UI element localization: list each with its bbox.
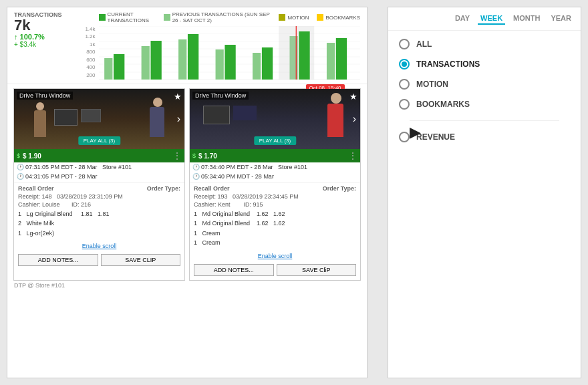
- video-play-btn-1[interactable]: PLAY ALL (3): [78, 136, 120, 145]
- stat-change-sub: + $3.4k: [14, 41, 62, 48]
- right-panel: DAY WEEK MONTH YEAR ALL TRANSACTIONS MOT…: [388, 7, 581, 378]
- price-val-1: $ 1.90: [23, 152, 41, 160]
- enable-scroll-2[interactable]: Enable scroll: [190, 251, 360, 261]
- video-card-2: Drive Thru Window ★ › PLAY ALL (3) $ $ 1…: [189, 88, 361, 281]
- video-card-1: Drive Thru Window ★ › PLAY ALL (3) $ $ 1…: [13, 88, 185, 281]
- save-clip-btn-1[interactable]: SAVE CLIP: [101, 254, 181, 266]
- svg-rect-17: [187, 34, 198, 80]
- filter-motion-label: MOTION: [416, 80, 448, 89]
- video-thumb-1: Drive Thru Window ★ › PLAY ALL (3): [14, 89, 184, 149]
- add-notes-btn-1[interactable]: ADD NOTES...: [18, 254, 98, 266]
- main-panel: TRANSACTIONS 7k ↑ 100.7% + $3.4k CURRENT…: [7, 7, 368, 378]
- order-table-2: Recall Order Order Type: Receipt: 193 03…: [190, 182, 360, 251]
- svg-rect-21: [299, 31, 309, 80]
- more-options-2[interactable]: ⋮: [348, 150, 357, 161]
- price-val-2: $ 1.70: [198, 152, 217, 160]
- video-arrow-1[interactable]: ›: [177, 113, 180, 125]
- enable-scroll-1[interactable]: Enable scroll: [14, 241, 184, 251]
- tab-month[interactable]: MONTH: [510, 13, 543, 25]
- stat-change: ↑ 100.7%: [14, 33, 62, 41]
- filter-all-label: ALL: [416, 39, 432, 49]
- filter-revenue-label: REVENUE: [416, 132, 455, 142]
- price-bar-1: $ $ 1.90 ⋮: [14, 149, 184, 162]
- video-row: Drive Thru Window ★ › PLAY ALL (3) $ $ 1…: [7, 84, 367, 281]
- filter-bookmarks-label: BOOKMARKS: [416, 100, 470, 109]
- video-arrow-2[interactable]: ›: [353, 113, 356, 125]
- receipt-info-2: 🕐07:34:40 PM EDT - 28 Mar Store #101 🕐05…: [190, 162, 360, 182]
- filter-transactions[interactable]: TRANSACTIONS: [399, 59, 570, 70]
- stat-value: 7k: [14, 18, 62, 33]
- radio-revenue[interactable]: [399, 132, 410, 142]
- svg-rect-22: [335, 38, 346, 80]
- svg-rect-9: [141, 46, 149, 80]
- y-axis: 1.4k1.2k1k800600400200: [76, 26, 96, 80]
- filter-transactions-label: TRANSACTIONS: [416, 59, 480, 69]
- video-label-2: Drive Thru Window: [192, 92, 249, 100]
- radio-transactions[interactable]: [399, 59, 410, 70]
- video-star-1[interactable]: ★: [174, 92, 182, 102]
- video-thumb-2: Drive Thru Window ★ › PLAY ALL (3): [190, 89, 360, 149]
- price-bar-2: $ $ 1.70 ⋮: [190, 149, 360, 162]
- legend-current: CURRENT TRANSACTIONS: [99, 11, 156, 23]
- tab-year[interactable]: YEAR: [548, 13, 574, 25]
- svg-rect-12: [253, 53, 261, 80]
- tab-week[interactable]: WEEK: [478, 13, 505, 25]
- radio-all[interactable]: [399, 39, 410, 49]
- transactions-stat: TRANSACTIONS 7k ↑ 100.7% + $3.4k: [14, 11, 62, 48]
- filter-all[interactable]: ALL: [399, 39, 570, 49]
- legend-bookmarks: BOOKMARKS: [317, 11, 360, 23]
- filter-revenue[interactable]: REVENUE: [399, 132, 570, 142]
- store-label: DTP @ Store #101: [7, 281, 367, 290]
- stats-bar: TRANSACTIONS 7k ↑ 100.7% + $3.4k CURRENT…: [7, 7, 367, 84]
- chart-container: 1.4k1.2k1k800600400200: [99, 26, 361, 80]
- svg-rect-8: [104, 58, 112, 80]
- svg-rect-19: [261, 47, 272, 80]
- filter-bookmarks[interactable]: BOOKMARKS: [399, 99, 570, 110]
- svg-rect-16: [150, 41, 161, 80]
- svg-rect-14: [326, 43, 334, 80]
- chart-legend: CURRENT TRANSACTIONS PREVIOUS TRANSACTIO…: [99, 11, 361, 23]
- card-actions-1: ADD NOTES... SAVE CLIP: [14, 251, 184, 270]
- card-actions-2: ADD NOTES... SAVE CliP: [190, 261, 360, 280]
- legend-previous: PREVIOUS TRANSACTIONS (SUN SEP 26 - SAT …: [164, 11, 271, 23]
- cursor-pointer: ▶: [410, 124, 421, 141]
- video-label-1: Drive Thru Window: [17, 92, 73, 100]
- filter-motion[interactable]: MOTION: [399, 79, 570, 90]
- radio-motion[interactable]: [399, 79, 410, 90]
- legend-motion: MOTION: [279, 11, 309, 23]
- svg-rect-10: [178, 39, 186, 80]
- video-star-2[interactable]: ★: [349, 92, 357, 102]
- time-tabs: DAY WEEK MONTH YEAR: [388, 7, 581, 31]
- filter-divider: [410, 120, 559, 121]
- receipt-info-1: 🕐07:31:05 PM EDT - 28 Mar Store #101 🕐04…: [14, 162, 184, 182]
- save-clip-btn-2[interactable]: SAVE CliP: [277, 264, 357, 276]
- bar-chart: Oct 3 Oct 4 Oct 5 Oct 6 Oct 7 Oct 9 Oct …: [99, 26, 361, 80]
- order-table-1: Recall Order Order Type: Receipt: 148 03…: [14, 182, 184, 241]
- add-notes-btn-2[interactable]: ADD NOTES...: [194, 264, 274, 276]
- radio-bookmarks[interactable]: [399, 99, 410, 110]
- svg-rect-18: [225, 45, 235, 80]
- svg-rect-15: [114, 54, 124, 80]
- more-options-1[interactable]: ⋮: [172, 150, 182, 161]
- tab-day[interactable]: DAY: [452, 13, 472, 25]
- svg-rect-11: [215, 49, 223, 80]
- video-play-btn-2[interactable]: PLAY ALL (3): [254, 136, 296, 145]
